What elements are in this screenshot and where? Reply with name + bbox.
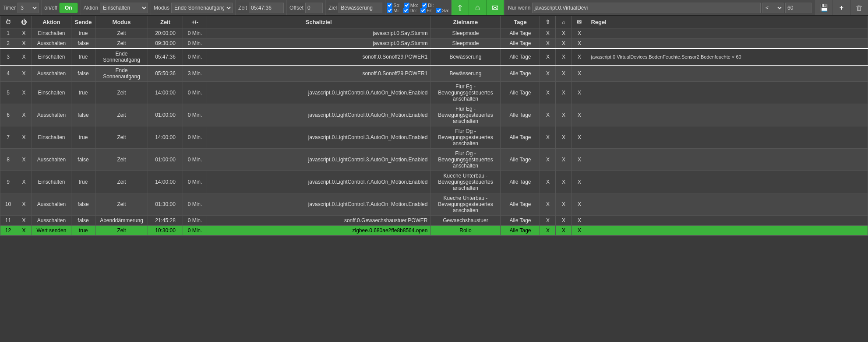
- delete-button[interactable]: 🗑: [850, 0, 868, 15]
- row-schaltziel: javascript.0.Say.Stumm: [207, 28, 430, 38]
- table-row[interactable]: 10XAusschaltenfalseZeit01:30:000 Min.jav…: [0, 193, 868, 216]
- row-nr: 6: [0, 104, 16, 126]
- ziel-input[interactable]: Bewässerung: [339, 3, 382, 13]
- aktion-select[interactable]: Einschalten Ausschalten Wert senden: [100, 3, 148, 13]
- row-tage: Alle Tage: [501, 28, 540, 38]
- row-active[interactable]: X: [16, 49, 32, 65]
- zeit-input[interactable]: 05:47:36: [249, 3, 284, 13]
- row-offset: 0 Min.: [183, 82, 207, 104]
- table-row[interactable]: 12XWert sendentrueZeit10:30:000 Min.zigb…: [0, 226, 868, 236]
- row-nr: 7: [0, 126, 16, 149]
- row-modus: Zeit: [95, 149, 148, 171]
- row-active[interactable]: X: [16, 226, 32, 236]
- row-active[interactable]: X: [16, 28, 32, 38]
- row-regel: [587, 171, 868, 193]
- day-do-label: Do:: [409, 8, 417, 13]
- save-button[interactable]: 💾: [815, 0, 833, 15]
- row-offset: 0 Min.: [183, 28, 207, 38]
- row-t3: X: [572, 171, 587, 193]
- table-row[interactable]: 7XEinschaltentrueZeit14:00:000 Min.javas…: [0, 126, 868, 149]
- row-active[interactable]: X: [16, 38, 32, 49]
- row-aktion: Ausschalten: [32, 65, 71, 82]
- timer-select[interactable]: 3: [18, 3, 39, 13]
- row-aktion: Einschalten: [32, 28, 71, 38]
- row-active[interactable]: X: [16, 216, 32, 226]
- nur-wenn-value[interactable]: 60: [785, 3, 812, 13]
- add-button[interactable]: +: [833, 0, 850, 15]
- day-di-label: Di:: [428, 3, 434, 8]
- table-row[interactable]: 4XAusschaltenfalseEnde Sonnenaufgang05:5…: [0, 65, 868, 82]
- day-di-checkbox[interactable]: [422, 3, 427, 8]
- row-nr: 9: [0, 171, 16, 193]
- day-do: Do:: [403, 8, 417, 13]
- row-active[interactable]: X: [16, 193, 32, 216]
- row-zeit: 01:00:00: [148, 104, 183, 126]
- row-sende: true: [71, 49, 95, 65]
- table-row[interactable]: 2XAusschaltenfalseZeit09:30:000 Min.java…: [0, 38, 868, 49]
- aktion-cell: Aktion Einschalten Ausschalten Wert send…: [81, 0, 151, 15]
- row-nr: 5: [0, 82, 16, 104]
- row-sende: true: [71, 226, 95, 236]
- row-t3: X: [572, 193, 587, 216]
- day-do-checkbox[interactable]: [403, 8, 409, 13]
- day-mo-checkbox[interactable]: [404, 3, 409, 8]
- day-mi-label: Mi:: [393, 8, 400, 13]
- row-zielname: Kueche Unterbau - Bewegungsgesteuertes a…: [430, 193, 501, 216]
- row-aktion: Ausschalten: [32, 38, 71, 49]
- table-row[interactable]: 9XEinschaltentrueZeit14:00:000 Min.javas…: [0, 171, 868, 193]
- row-t3: X: [572, 82, 587, 104]
- table-row[interactable]: 11XAusschaltenfalseAbenddämmerung21:45:2…: [0, 216, 868, 226]
- offset-input[interactable]: 0: [305, 3, 323, 13]
- row-t1: X: [540, 38, 556, 49]
- nur-wenn-field[interactable]: javascript.0.VirtualDevi: [532, 3, 761, 13]
- row-t1: X: [540, 126, 556, 149]
- th-offset: +/-: [183, 16, 207, 28]
- row-tage: Alle Tage: [501, 38, 540, 49]
- day-sa-checkbox[interactable]: [436, 8, 441, 13]
- row-active[interactable]: X: [16, 126, 32, 149]
- row-active[interactable]: X: [16, 149, 32, 171]
- day-fr-label: Fr:: [427, 8, 432, 13]
- row-zielname: Kueche Unterbau - Bewegungsgesteuertes a…: [430, 171, 501, 193]
- modus-select[interactable]: Ende Sonnenaufgang Zeit Sonnenuntergang …: [171, 3, 233, 13]
- row-active[interactable]: X: [16, 82, 32, 104]
- nur-wenn-operator[interactable]: < > =: [762, 3, 783, 13]
- row-sende: false: [71, 38, 95, 49]
- row-t3: X: [572, 226, 587, 236]
- on-button[interactable]: On: [59, 3, 78, 13]
- row-zeit: 14:00:00: [148, 126, 183, 149]
- day-so-checkbox[interactable]: [387, 3, 392, 8]
- row-modus: Zeit: [95, 226, 148, 236]
- mail-icon-btn[interactable]: ✉: [487, 0, 504, 15]
- row-nr: 10: [0, 193, 16, 216]
- row-modus: Ende Sonnenaufgang: [95, 65, 148, 82]
- row-modus: Zeit: [95, 171, 148, 193]
- day-fr-checkbox[interactable]: [420, 8, 426, 13]
- power-icon: ⏻: [21, 19, 27, 25]
- table-row[interactable]: 1XEinschaltentrueZeit20:00:000 Min.javas…: [0, 28, 868, 38]
- table-row[interactable]: 6XAusschaltenfalseZeit01:00:000 Min.java…: [0, 104, 868, 126]
- row-t3: X: [572, 104, 587, 126]
- th-zielname: Zielname: [430, 16, 501, 28]
- row-regel: [587, 216, 868, 226]
- row-active[interactable]: X: [16, 65, 32, 82]
- row-zeit: 10:30:00: [148, 226, 183, 236]
- table-row[interactable]: 3XEinschaltentrueEnde Sonnenaufgang05:47…: [0, 49, 868, 65]
- table-row[interactable]: 8XAusschaltenfalseZeit01:00:000 Min.java…: [0, 149, 868, 171]
- row-modus: Zeit: [95, 82, 148, 104]
- row-schaltziel: javascript.0.LightControl.7.AutoOn_Motio…: [207, 193, 430, 216]
- row-zeit: 09:30:00: [148, 38, 183, 49]
- row-sende: true: [71, 28, 95, 38]
- row-zielname: Gewaechshaustuer: [430, 216, 501, 226]
- row-t3: X: [572, 216, 587, 226]
- row-t2: X: [556, 126, 572, 149]
- table-row[interactable]: 5XEinschaltentrueZeit14:00:000 Min.javas…: [0, 82, 868, 104]
- row-regel: javascript.0.VirtualDevices.BodenFeuchte…: [587, 49, 868, 65]
- row-aktion: Ausschalten: [32, 149, 71, 171]
- row-active[interactable]: X: [16, 171, 32, 193]
- row-active[interactable]: X: [16, 104, 32, 126]
- day-mi-checkbox[interactable]: [387, 8, 392, 13]
- row-t3: X: [572, 28, 587, 38]
- home-icon-btn[interactable]: ⌂: [469, 0, 487, 15]
- upload-icon-btn[interactable]: ⇧: [452, 0, 469, 15]
